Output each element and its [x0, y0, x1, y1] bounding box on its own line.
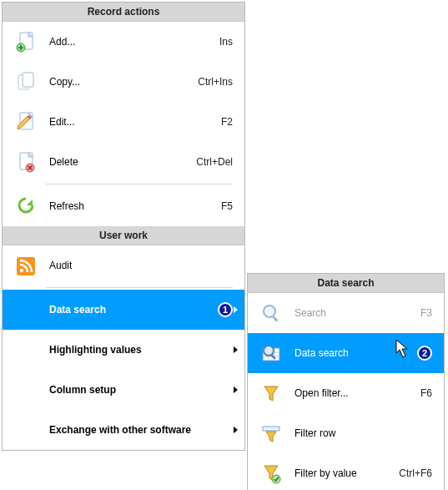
- separator: [46, 184, 233, 184]
- menu-shortcut: Ctrl+F6: [389, 467, 432, 479]
- section-header-data-search: Data search: [248, 274, 444, 293]
- separator: [46, 287, 233, 288]
- cursor-icon: [395, 339, 410, 359]
- chevron-right-icon: [234, 386, 238, 393]
- svg-rect-11: [272, 316, 279, 322]
- menu-item-column-setup[interactable]: Column setup: [3, 370, 244, 410]
- menu-label: Filter by value: [294, 467, 389, 479]
- menu-label: Add...: [49, 36, 189, 48]
- menu-item-add[interactable]: Add... Ins: [3, 22, 244, 62]
- menu-label: Data search: [294, 347, 412, 359]
- funnel-icon: [259, 381, 283, 405]
- menu-item-copy[interactable]: Copy... Ctrl+Ins: [3, 62, 244, 102]
- menu-shortcut: Ctrl+Ins: [189, 76, 233, 88]
- menu-label: Highlighting values: [49, 344, 233, 356]
- svg-point-13: [264, 346, 274, 356]
- section-header-record-actions: Record actions: [3, 3, 244, 22]
- svg-rect-15: [263, 427, 279, 431]
- chevron-right-icon: [234, 306, 238, 313]
- spacer-icon: [14, 298, 38, 321]
- chevron-right-icon: [234, 346, 238, 353]
- menu-item-exchange[interactable]: Exchange with other software: [3, 410, 244, 450]
- annotation-badge-1: 1: [218, 302, 233, 317]
- chevron-right-icon: [234, 427, 238, 433]
- menu-item-refresh[interactable]: Refresh F5: [3, 186, 244, 226]
- main-context-menu: Record actions Add... Ins Copy... Ctrl+I…: [2, 2, 245, 451]
- spacer-icon: [14, 338, 38, 361]
- menu-label: Edit...: [49, 116, 189, 128]
- copy-icon: [14, 70, 38, 93]
- filter-row-icon: [259, 422, 283, 445]
- menu-item-highlighting-values[interactable]: Highlighting values: [3, 330, 244, 370]
- menu-label: Filter row: [294, 427, 432, 439]
- menu-label: Audit: [49, 260, 233, 271]
- refresh-icon: [14, 194, 38, 218]
- data-search-icon: [259, 341, 283, 365]
- menu-item-search[interactable]: Search F3: [248, 293, 444, 333]
- menu-item-data-search[interactable]: Data search 1: [3, 290, 244, 330]
- menu-label: Copy...: [49, 76, 189, 88]
- menu-label: Column setup: [49, 384, 233, 396]
- menu-label: Exchange with other software: [49, 424, 233, 436]
- svg-point-10: [264, 306, 275, 317]
- edit-icon: [14, 110, 38, 134]
- menu-label: Refresh: [49, 200, 189, 212]
- menu-item-sub-data-search[interactable]: Data search 2: [248, 333, 444, 373]
- search-icon: [259, 301, 283, 325]
- add-document-icon: [14, 30, 38, 53]
- menu-shortcut: F2: [189, 116, 233, 128]
- menu-label: Delete: [49, 156, 189, 168]
- submenu-data-search: Data search Search F3 Data search 2 Open…: [247, 273, 445, 490]
- menu-item-open-filter[interactable]: Open filter... F6: [248, 373, 444, 413]
- svg-point-16: [272, 475, 280, 483]
- menu-item-audit[interactable]: Audit: [3, 245, 244, 285]
- menu-shortcut: F3: [389, 307, 432, 319]
- section-header-user-work: User work: [3, 226, 244, 245]
- svg-rect-3: [23, 73, 33, 87]
- spacer-icon: [14, 418, 38, 442]
- menu-shortcut: F5: [189, 200, 233, 212]
- spacer-icon: [14, 378, 38, 402]
- menu-label: Search: [294, 307, 389, 319]
- menu-shortcut: F6: [389, 387, 432, 399]
- menu-item-filter-by-value[interactable]: Filter by value Ctrl+F6: [248, 453, 444, 490]
- menu-label: Open filter...: [294, 387, 389, 399]
- menu-shortcut: Ctrl+Del: [189, 156, 233, 168]
- rss-audit-icon: [14, 254, 38, 277]
- menu-item-filter-row[interactable]: Filter row: [248, 413, 444, 453]
- menu-item-delete[interactable]: Delete Ctrl+Del: [3, 142, 244, 182]
- delete-icon: [14, 150, 38, 174]
- menu-label: Data search: [49, 304, 213, 316]
- annotation-badge-2: 2: [417, 346, 432, 361]
- menu-shortcut: Ins: [189, 36, 233, 48]
- svg-point-9: [20, 269, 23, 272]
- menu-item-edit[interactable]: Edit... F2: [3, 102, 244, 142]
- filter-value-icon: [259, 462, 283, 485]
